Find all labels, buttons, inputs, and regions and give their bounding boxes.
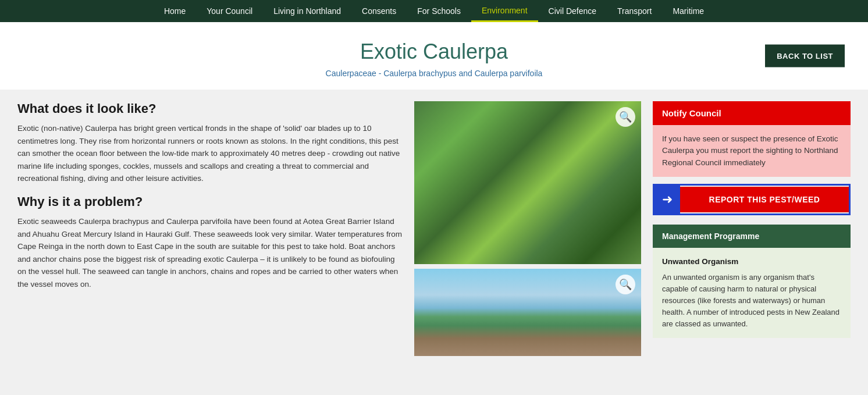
nav-for-schools[interactable]: For Schools [407, 0, 471, 22]
management-body: Unwanted Organism An unwanted organism i… [653, 248, 851, 339]
main-nav: Home Your Council Living in Northland Co… [0, 0, 868, 22]
report-pest-button[interactable]: REPORT THIS PEST/WEED [680, 187, 849, 212]
left-column: What does it look like? Exotic (non-nati… [17, 101, 414, 356]
management-header: Management Programme [653, 225, 851, 248]
page-title: Exotic Caulerpa [12, 40, 856, 64]
report-arrow-icon: ➜ [654, 186, 680, 213]
back-to-list-button[interactable]: BACK TO LIST [765, 45, 845, 67]
zoom-icon-top[interactable]: 🔍 [616, 107, 635, 127]
notify-council-body: If you have seen or suspect the presence… [653, 125, 851, 177]
notify-council-box: Notify Council If you have seen or suspe… [653, 101, 851, 177]
look-body: Exotic (non-native) Caulerpa has bright … [17, 122, 403, 185]
page-header: Exotic Caulerpa Caulerpaceae - Caulerpa … [0, 22, 868, 90]
page-wrapper: Home Your Council Living in Northland Co… [0, 0, 868, 368]
notify-council-header: Notify Council [653, 101, 851, 125]
seaweed-image [414, 101, 641, 264]
nav-maritime[interactable]: Maritime [662, 0, 714, 22]
nav-environment[interactable]: Environment [471, 0, 538, 22]
report-button-wrapper: ➜ REPORT THIS PEST/WEED [653, 184, 851, 215]
images-column: 🔍 🔍 [414, 101, 641, 356]
nav-living-in-northland[interactable]: Living in Northland [263, 0, 351, 22]
beach-image-container: 🔍 [414, 269, 641, 356]
zoom-icon-bottom[interactable]: 🔍 [616, 275, 635, 294]
unwanted-organism-label: Unwanted Organism [662, 256, 841, 268]
seaweed-image-container: 🔍 [414, 101, 641, 264]
right-column: Notify Council If you have seen or suspe… [653, 101, 851, 356]
nav-home[interactable]: Home [154, 0, 196, 22]
unwanted-organism-body: An unwanted organism is any organism tha… [662, 273, 839, 329]
beach-image [414, 269, 641, 356]
nav-transport[interactable]: Transport [607, 0, 662, 22]
look-heading: What does it look like? [17, 101, 403, 116]
problem-body: Exotic seaweeds Caulerpa brachypus and C… [17, 215, 403, 291]
nav-consents[interactable]: Consents [351, 0, 407, 22]
page-subtitle: Caulerpaceae - Caulerpa brachypus and Ca… [12, 69, 856, 78]
nav-civil-defence[interactable]: Civil Defence [538, 0, 607, 22]
nav-your-council[interactable]: Your Council [196, 0, 263, 22]
problem-heading: Why is it a problem? [17, 194, 403, 209]
management-programme-box: Management Programme Unwanted Organism A… [653, 225, 851, 339]
main-content: What does it look like? Exotic (non-nati… [0, 90, 868, 368]
